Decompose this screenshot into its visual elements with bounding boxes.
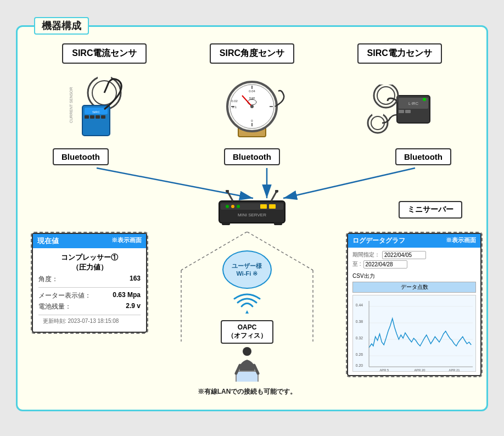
server-row: MINI SERVER ミニサーバー	[31, 201, 473, 221]
filter-from-row: 期間指定：	[352, 251, 476, 259]
svg-text:APR 5: APR 5	[379, 368, 389, 371]
left-panel-header-left: 現在値	[37, 236, 59, 246]
center-section: ユーザー様 Wi-Fi ※ OAPC （オフィス）	[154, 232, 340, 396]
svg-rect-7	[90, 115, 94, 119]
data-table-header: データ点数	[352, 282, 476, 293]
svg-line-57	[247, 232, 313, 270]
right-panel-header-right: ※表示画面	[446, 236, 476, 245]
svg-rect-37	[372, 111, 383, 115]
period-to-input[interactable]	[363, 260, 407, 269]
svg-rect-30	[405, 110, 411, 113]
right-panel-container: ログデータグラフ ※表示画面 期間指定： 至 : CSV出力 データ	[346, 232, 483, 377]
server-block: MINI SERVER	[216, 190, 288, 228]
left-panel-header-right: ※表示画面	[111, 236, 142, 246]
svg-line-41	[283, 168, 415, 198]
right-panel-header: ログデータグラフ ※表示画面	[348, 234, 480, 248]
period-from-label: 期間指定：	[352, 251, 380, 259]
compressor-title: コンプレッサー① （圧力値）	[38, 253, 141, 272]
person-icon	[228, 346, 266, 384]
page-title: 機器構成	[34, 17, 89, 35]
svg-text:MINI SERVER: MINI SERVER	[238, 213, 266, 217]
svg-text:L·IRC: L·IRC	[408, 102, 418, 105]
meter-label: メーター表示値：	[38, 291, 91, 300]
sensor-angle-image: SiP 0.04 0 0.1 0.02	[214, 68, 290, 145]
period-to-label: 至 :	[352, 260, 361, 268]
svg-rect-54	[274, 222, 282, 225]
svg-rect-2	[98, 74, 111, 79]
mini-server-label: ミニサーバー	[399, 201, 462, 219]
svg-text:0.38: 0.38	[356, 319, 363, 323]
svg-rect-6	[85, 115, 89, 119]
angle-label: 角度：	[38, 275, 58, 284]
bottom-section: 現在値 ※表示画面 コンプレッサー① （圧力値） 角度： 163 メーター表示値…	[31, 232, 473, 396]
svg-rect-8	[96, 115, 100, 119]
left-panel-footer: 更新時刻: 2023-07-13 18:15:08	[38, 315, 141, 327]
svg-rect-62	[237, 372, 257, 382]
right-panel-body: 期間指定： 至 : CSV出力 データ点数	[348, 248, 480, 375]
wire-note: ※有線LANでの接続も可能です。	[198, 387, 297, 396]
right-panel-header-left: ログデータグラフ	[352, 236, 405, 245]
mini-server-label-container: ミニサーバー	[399, 201, 462, 221]
server-image: MINI SERVER	[216, 190, 288, 228]
svg-line-49	[227, 191, 233, 201]
svg-line-51	[271, 191, 277, 201]
connections-svg	[154, 232, 340, 342]
svg-line-56	[181, 232, 247, 270]
line-chart: 0.44 0.38 0.32 0.26 0.20 APR 5	[353, 295, 475, 372]
svg-text:SiRC: SiRC	[92, 110, 100, 114]
angle-value: 163	[130, 275, 141, 284]
sensor-angle: SIRC角度センサ SiP 0.04	[210, 43, 294, 145]
svg-text:APR 21: APR 21	[449, 368, 460, 371]
sensor-current: SIRC電流センサ SiRC CURRENT SENSOR	[62, 43, 147, 145]
svg-text:0.26: 0.26	[356, 352, 363, 356]
meter-value: 0.63 Mpa	[113, 291, 141, 300]
svg-text:0.02: 0.02	[231, 99, 238, 103]
filter-to-row: 至 :	[352, 260, 476, 269]
sensor-power-image: L·IRC	[361, 68, 438, 145]
bluetooth-row: Bluetooth Bluetooth Bluetooth	[31, 148, 473, 165]
battery-value: 2.9 v	[126, 302, 141, 311]
svg-point-60	[243, 347, 251, 356]
bluetooth-label-2: Bluetooth	[395, 148, 451, 165]
battery-label: 電池残量：	[38, 302, 71, 311]
svg-rect-29	[399, 110, 404, 113]
sensor-power-label: SIRC電力センサ	[357, 43, 442, 64]
svg-point-45	[231, 205, 234, 208]
svg-rect-9	[101, 115, 105, 119]
left-panel: 現在値 ※表示画面 コンプレッサー① （圧力値） 角度： 163 メーター表示値…	[32, 233, 147, 333]
bluetooth-label-0: Bluetooth	[53, 148, 109, 165]
sensor-angle-label: SIRC角度センサ	[210, 43, 294, 64]
graph-area: 0.44 0.38 0.32 0.26 0.20 APR 5	[352, 295, 476, 372]
left-panel-body: コンプレッサー① （圧力値） 角度： 163 メーター表示値： 0.63 Mpa…	[33, 248, 146, 332]
svg-point-31	[423, 98, 426, 101]
right-panel: ログデータグラフ ※表示画面 期間指定： 至 : CSV出力 データ	[347, 233, 481, 376]
bluetooth-label-1: Bluetooth	[224, 148, 280, 165]
sensors-row: SIRC電流センサ SiRC CURRENT SENSOR	[31, 43, 473, 145]
svg-point-21	[250, 105, 254, 108]
svg-text:0.04: 0.04	[249, 90, 255, 93]
csv-row: CSV出力	[352, 270, 476, 280]
left-panel-header: 現在値 ※表示画面	[33, 234, 146, 248]
meter-row: メーター表示値： 0.63 Mpa	[38, 291, 141, 300]
main-container: 機器構成 SIRC電流センサ SiRC CURRENT	[16, 25, 488, 411]
svg-point-46	[237, 205, 240, 208]
svg-text:0.44: 0.44	[356, 303, 363, 306]
period-from-input[interactable]	[382, 251, 426, 259]
center-connections	[154, 232, 340, 344]
svg-rect-34	[379, 79, 393, 85]
svg-rect-53	[222, 222, 230, 225]
svg-text:0.20: 0.20	[356, 363, 363, 367]
svg-rect-48	[269, 204, 276, 209]
sensor-current-image: SiRC CURRENT SENSOR	[66, 68, 143, 145]
left-panel-container: 現在値 ※表示画面 コンプレッサー① （圧力値） 角度： 163 メーター表示値…	[31, 232, 148, 334]
svg-point-44	[226, 205, 229, 208]
battery-row: 電池残量： 2.9 v	[38, 302, 141, 311]
angle-row: 角度： 163	[38, 275, 141, 284]
sensor-power: SIRC電力センサ L·IRC	[357, 43, 442, 145]
svg-text:0.1: 0.1	[232, 105, 237, 109]
svg-text:CURRENT SENSOR: CURRENT SENSOR	[69, 87, 73, 123]
sensor-current-label: SIRC電流センサ	[62, 43, 147, 64]
svg-text:APR 20: APR 20	[415, 368, 426, 371]
csv-label: CSV出力	[352, 273, 375, 279]
svg-point-33	[377, 87, 395, 104]
